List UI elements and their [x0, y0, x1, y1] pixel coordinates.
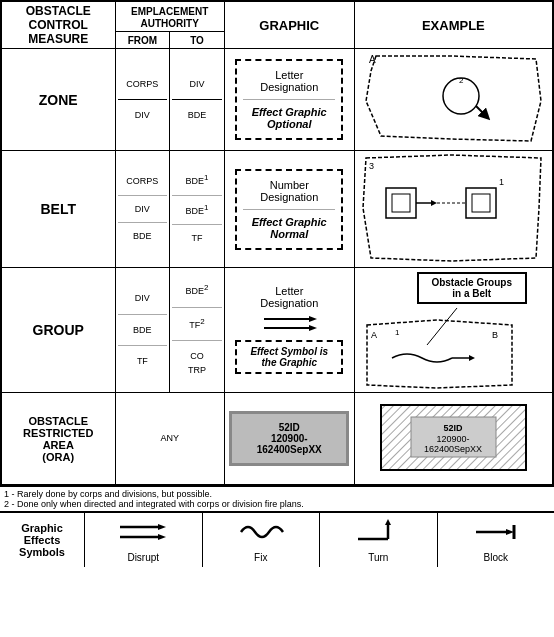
- belt-label: BELT: [1, 151, 115, 268]
- block-label: Block: [484, 552, 508, 563]
- footnote-1: 1 - Rarely done by corps and divisions, …: [0, 486, 554, 511]
- turn-icon: [353, 517, 403, 550]
- fix-icon: [236, 517, 286, 550]
- group-to: BDE2 TF2 COTRP: [170, 268, 225, 393]
- svg-marker-35: [158, 534, 166, 540]
- zone-example: A 2: [354, 49, 553, 151]
- svg-marker-1: [366, 56, 541, 141]
- belt-authority: CORPS DIV BDE: [115, 151, 170, 268]
- header-from: FROM: [115, 32, 170, 49]
- header-graphic: GRAPHIC: [224, 1, 354, 49]
- symbol-disrupt: Disrupt: [85, 513, 203, 567]
- svg-text:3: 3: [369, 161, 374, 171]
- disrupt-label: Disrupt: [127, 552, 159, 563]
- symbol-block: Block: [438, 513, 555, 567]
- symbols-title: Graphic Effects Symbols: [0, 513, 85, 567]
- svg-text:1: 1: [395, 328, 400, 337]
- symbol-turn: Turn: [320, 513, 438, 567]
- header-obstacle: OBSTACLE CONTROL MEASURE: [1, 1, 115, 49]
- svg-marker-24: [469, 355, 475, 361]
- main-table: OBSTACLE CONTROL MEASURE EMPLACEMENT AUT…: [0, 0, 554, 486]
- belt-graphic: NumberDesignation Effect GraphicNormal: [224, 151, 354, 268]
- ora-label: OBSTACLERESTRICTEDAREA(ORA): [1, 393, 115, 486]
- svg-text:52ID: 52ID: [443, 423, 463, 433]
- svg-marker-4: [363, 155, 541, 261]
- turn-label: Turn: [368, 552, 388, 563]
- svg-text:2: 2: [459, 76, 464, 85]
- ora-example: 52ID 120900- 162400SepXX: [354, 393, 553, 486]
- svg-marker-9: [431, 200, 437, 206]
- belt-to: BDE1 BDE1 TF: [170, 151, 225, 268]
- ora-graphic: 52ID120900-162400SepXX: [224, 393, 354, 486]
- svg-text:162400SepXX: 162400SepXX: [424, 444, 482, 454]
- svg-marker-33: [158, 524, 166, 530]
- header-example: EXAMPLE: [354, 1, 553, 49]
- svg-rect-7: [392, 194, 410, 212]
- svg-rect-10: [466, 188, 496, 218]
- svg-line-18: [427, 308, 457, 345]
- zone-graphic: LetterDesignation Effect GraphicOptional: [224, 49, 354, 151]
- group-authority: DIV BDE TF: [115, 268, 170, 393]
- svg-text:A: A: [371, 330, 377, 340]
- zone-to: DIV BDE: [170, 49, 225, 151]
- bottom-symbols-bar: Graphic Effects Symbols Disrupt Fix: [0, 511, 554, 567]
- svg-marker-38: [385, 519, 391, 525]
- header-emplacement: EMPLACEMENT AUTHORITY: [115, 1, 224, 32]
- block-icon: [471, 517, 521, 550]
- group-label: GROUP: [1, 268, 115, 393]
- fix-label: Fix: [254, 552, 267, 563]
- belt-example: 3 1: [354, 151, 553, 268]
- svg-rect-6: [386, 188, 416, 218]
- ora-authority: ANY: [115, 393, 224, 486]
- svg-marker-15: [309, 316, 317, 322]
- header-to: TO: [170, 32, 225, 49]
- svg-rect-11: [472, 194, 490, 212]
- symbol-fix: Fix: [203, 513, 321, 567]
- svg-text:B: B: [492, 330, 498, 340]
- svg-marker-17: [309, 325, 317, 331]
- zone-authority: CORPS DIV: [115, 49, 170, 151]
- zone-label: ZONE: [1, 49, 115, 151]
- svg-text:1: 1: [499, 177, 504, 187]
- group-example: Obstacle Groupsin a Belt 1 A B: [354, 268, 553, 393]
- svg-text:120900-: 120900-: [436, 434, 469, 444]
- group-graphic: LetterDesignation Effect Symbol isthe Gr…: [224, 268, 354, 393]
- disrupt-icon: [118, 517, 168, 550]
